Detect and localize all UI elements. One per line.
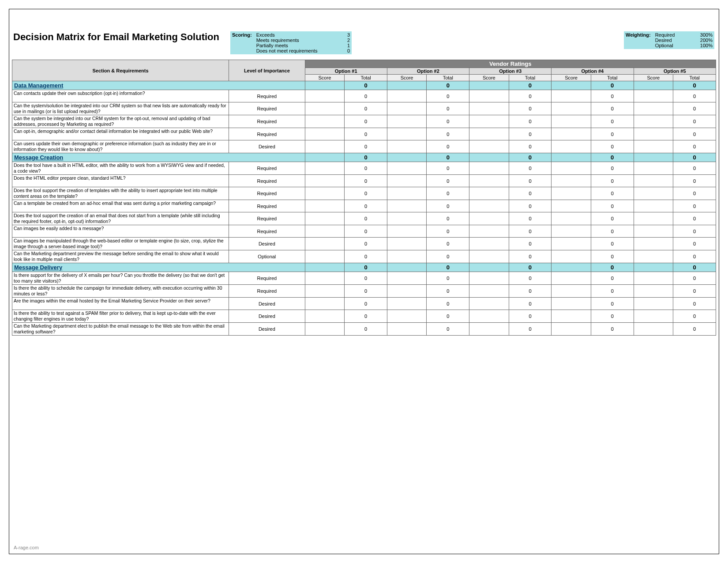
score-cell[interactable]	[387, 272, 427, 285]
score-cell[interactable]	[387, 225, 427, 238]
score-cell[interactable]	[469, 298, 509, 310]
score-cell[interactable]	[634, 162, 673, 175]
score-cell[interactable]	[552, 310, 591, 323]
score-cell[interactable]	[469, 250, 509, 263]
score-cell[interactable]	[387, 128, 427, 140]
score-cell[interactable]	[552, 115, 591, 128]
score-cell[interactable]	[552, 162, 591, 175]
score-cell[interactable]	[469, 140, 509, 153]
score-cell[interactable]	[387, 212, 427, 225]
score-cell[interactable]	[634, 323, 673, 336]
section-total: 0	[345, 263, 387, 272]
score-cell[interactable]	[469, 90, 509, 102]
score-cell[interactable]	[634, 310, 673, 323]
score-cell[interactable]	[305, 140, 345, 153]
score-cell[interactable]	[305, 238, 345, 250]
score-cell[interactable]	[305, 175, 345, 187]
score-cell[interactable]	[469, 115, 509, 128]
score-cell[interactable]	[387, 102, 427, 115]
score-cell[interactable]	[552, 102, 591, 115]
score-cell[interactable]	[469, 238, 509, 250]
score-cell[interactable]	[552, 212, 591, 225]
total-cell: 0	[509, 212, 552, 225]
score-cell[interactable]	[552, 128, 591, 140]
score-cell[interactable]	[469, 200, 509, 212]
score-cell[interactable]	[305, 200, 345, 212]
score-cell[interactable]	[634, 102, 673, 115]
score-cell[interactable]	[634, 90, 673, 102]
score-cell[interactable]	[305, 162, 345, 175]
score-cell[interactable]	[387, 187, 427, 200]
score-cell[interactable]	[634, 200, 673, 212]
score-cell[interactable]	[387, 140, 427, 153]
score-cell[interactable]	[305, 285, 345, 298]
score-cell[interactable]	[305, 310, 345, 323]
score-cell[interactable]	[305, 128, 345, 140]
score-cell[interactable]	[305, 115, 345, 128]
score-cell[interactable]	[634, 238, 673, 250]
score-cell[interactable]	[305, 187, 345, 200]
score-cell[interactable]	[305, 272, 345, 285]
score-cell[interactable]	[634, 187, 673, 200]
score-cell[interactable]	[387, 200, 427, 212]
score-cell[interactable]	[634, 175, 673, 187]
score-cell[interactable]	[469, 212, 509, 225]
section-total: 0	[673, 81, 716, 90]
score-cell[interactable]	[552, 238, 591, 250]
score-cell[interactable]	[387, 285, 427, 298]
score-cell[interactable]	[469, 323, 509, 336]
score-cell[interactable]	[634, 115, 673, 128]
score-cell[interactable]	[552, 200, 591, 212]
score-cell[interactable]	[469, 102, 509, 115]
score-cell[interactable]	[469, 225, 509, 238]
score-cell[interactable]	[305, 323, 345, 336]
score-cell[interactable]	[305, 212, 345, 225]
score-cell[interactable]	[469, 128, 509, 140]
score-cell[interactable]	[305, 90, 345, 102]
score-cell[interactable]	[469, 310, 509, 323]
score-cell[interactable]	[552, 272, 591, 285]
score-cell[interactable]	[552, 225, 591, 238]
score-cell[interactable]	[634, 212, 673, 225]
score-cell[interactable]	[552, 285, 591, 298]
score-cell[interactable]	[552, 298, 591, 310]
total-cell: 0	[427, 310, 469, 323]
score-cell[interactable]	[469, 285, 509, 298]
score-cell[interactable]	[387, 115, 427, 128]
total-cell: 0	[427, 162, 469, 175]
score-cell[interactable]	[387, 250, 427, 263]
score-cell[interactable]	[469, 187, 509, 200]
score-cell[interactable]	[634, 298, 673, 310]
score-cell[interactable]	[634, 272, 673, 285]
score-cell[interactable]	[634, 140, 673, 153]
score-cell[interactable]	[469, 272, 509, 285]
score-cell[interactable]	[387, 162, 427, 175]
score-cell[interactable]	[387, 90, 427, 102]
score-cell[interactable]	[634, 225, 673, 238]
score-cell[interactable]	[387, 238, 427, 250]
score-cell[interactable]	[552, 323, 591, 336]
score-cell[interactable]	[552, 140, 591, 153]
total-cell: 0	[427, 175, 469, 187]
score-cell[interactable]	[469, 175, 509, 187]
score-cell[interactable]	[552, 90, 591, 102]
score-cell[interactable]	[634, 285, 673, 298]
score-cell[interactable]	[634, 128, 673, 140]
score-cell[interactable]	[305, 102, 345, 115]
score-cell[interactable]	[387, 310, 427, 323]
score-cell[interactable]	[387, 323, 427, 336]
score-cell[interactable]	[469, 162, 509, 175]
score-cell[interactable]	[305, 298, 345, 310]
score-cell[interactable]	[387, 175, 427, 187]
score-cell[interactable]	[552, 175, 591, 187]
scoring-name: Exceeds	[256, 32, 328, 38]
score-cell[interactable]	[552, 250, 591, 263]
score-cell[interactable]	[387, 298, 427, 310]
total-cell: 0	[345, 285, 387, 298]
score-cell[interactable]	[305, 250, 345, 263]
score-cell[interactable]	[552, 187, 591, 200]
score-cell[interactable]	[305, 225, 345, 238]
score-cell[interactable]	[634, 250, 673, 263]
importance-level: Required	[229, 102, 305, 115]
total-cell: 0	[427, 250, 469, 263]
